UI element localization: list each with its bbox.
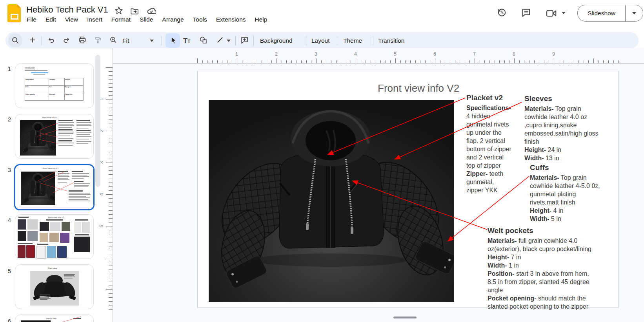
zoom-icon[interactable] bbox=[109, 36, 117, 44]
slide-number: 6 bbox=[3, 318, 11, 322]
line-tool-icon[interactable] bbox=[216, 36, 224, 44]
transition-button[interactable]: Transition bbox=[378, 37, 404, 44]
redo-icon[interactable] bbox=[63, 36, 71, 44]
thumb-title: Introduction bbox=[25, 67, 35, 69]
thumb-title: Front view info v3 bbox=[48, 216, 64, 219]
ruler-number: 7 bbox=[473, 51, 476, 57]
slide-number: 2 bbox=[3, 116, 11, 123]
search-icon bbox=[11, 36, 19, 44]
slide-number: 3 bbox=[3, 166, 11, 173]
shape-tool-icon[interactable] bbox=[199, 36, 207, 44]
menu-format[interactable]: Format bbox=[111, 16, 131, 23]
toolbar-divider bbox=[306, 36, 306, 45]
ruler-number: 2 bbox=[275, 51, 278, 57]
meet-camera-icon[interactable] bbox=[546, 9, 557, 17]
version-history-icon[interactable] bbox=[497, 7, 507, 18]
thumb-annotation-lines bbox=[15, 114, 93, 158]
undo-icon[interactable] bbox=[47, 36, 55, 44]
thumb-annotation-lines bbox=[15, 165, 93, 209]
toolbar-divider bbox=[162, 36, 162, 45]
thumb-intro-table: Name/Brand Category Season Date Size Des… bbox=[25, 78, 84, 101]
move-to-folder-icon[interactable] bbox=[130, 7, 139, 15]
jacket-back-photo bbox=[30, 271, 79, 306]
cloud-saved-icon[interactable] bbox=[147, 7, 156, 15]
filmstrip-scrollbar[interactable] bbox=[95, 55, 100, 187]
layout-button[interactable]: Layout bbox=[311, 37, 330, 44]
chevron-down-icon bbox=[632, 12, 636, 14]
slide-number: 1 bbox=[3, 65, 11, 72]
ruler-number: 5 bbox=[394, 51, 397, 57]
new-slide-plus-icon[interactable] bbox=[29, 36, 36, 44]
ruler-number: 1 bbox=[235, 51, 238, 57]
horizontal-ruler bbox=[113, 63, 644, 63]
toolbar-divider bbox=[253, 36, 254, 45]
ruler-number: 8 bbox=[513, 51, 515, 57]
slide-number: 4 bbox=[3, 217, 11, 223]
annotation-arrows bbox=[197, 71, 619, 308]
menu-view[interactable]: View bbox=[65, 16, 78, 23]
toolbar-divider bbox=[42, 36, 42, 45]
slide-thumbnail-6[interactable]: Interior view bbox=[15, 315, 94, 322]
star-icon[interactable] bbox=[115, 6, 123, 15]
slide-thumbnail-3-selected[interactable]: Front view info V2 bbox=[14, 164, 95, 210]
toolbar-divider bbox=[373, 36, 373, 45]
select-cursor-icon[interactable] bbox=[169, 36, 178, 45]
print-icon[interactable] bbox=[78, 36, 86, 44]
slide-thumbnail-2[interactable]: Front view info v1 bbox=[15, 114, 94, 159]
ruler-number: 5 bbox=[99, 225, 104, 228]
menu-arrange[interactable]: Arrange bbox=[162, 16, 184, 23]
background-button[interactable]: Background bbox=[260, 37, 293, 44]
menu-tools[interactable]: Tools bbox=[193, 16, 207, 23]
theme-button[interactable]: Theme bbox=[343, 37, 362, 44]
horizontal-scrollbar[interactable] bbox=[393, 317, 417, 318]
textbox-tool-icon[interactable]: TT bbox=[183, 37, 190, 45]
toolbar-divider bbox=[338, 36, 338, 45]
slideshow-options-button[interactable] bbox=[626, 12, 643, 14]
document-title[interactable]: Hebiko Tech Pack V1 bbox=[26, 5, 108, 15]
slide-thumbnail-1[interactable]: Introduction Name/Brand Category Season … bbox=[15, 63, 94, 108]
menu-slide[interactable]: Slide bbox=[140, 16, 153, 23]
slideshow-button[interactable]: Slideshow bbox=[578, 10, 625, 17]
comments-icon[interactable] bbox=[521, 8, 531, 18]
menu-extensions[interactable]: Extensions bbox=[216, 16, 246, 23]
insert-comment-icon[interactable] bbox=[240, 36, 249, 44]
slides-logo[interactable] bbox=[7, 4, 21, 22]
menu-file[interactable]: File bbox=[27, 16, 36, 23]
ruler-number: 6 bbox=[433, 51, 436, 57]
zoom-caret-icon[interactable] bbox=[150, 40, 154, 42]
slideshow-button-group: Slideshow bbox=[577, 5, 643, 22]
ruler-number: 4 bbox=[99, 193, 104, 196]
slide-number: 5 bbox=[3, 268, 11, 274]
menu-edit[interactable]: Edit bbox=[45, 16, 56, 23]
paint-format-icon[interactable] bbox=[94, 36, 102, 44]
slide-thumbnail-4[interactable]: Front view info v3 bbox=[15, 214, 94, 259]
toolbar-divider bbox=[235, 36, 236, 45]
menu-insert[interactable]: Insert bbox=[87, 16, 102, 23]
menu-help[interactable]: Help bbox=[255, 16, 267, 23]
line-caret-icon[interactable] bbox=[227, 40, 231, 42]
zoom-select-value[interactable]: Fit bbox=[122, 37, 129, 44]
menu-bar: File Edit View Insert Format Slide Arran… bbox=[27, 16, 267, 23]
ruler-number: 4 bbox=[354, 51, 357, 57]
meet-dropdown-caret-icon[interactable] bbox=[562, 12, 566, 14]
ruler-number: 9 bbox=[552, 51, 555, 57]
thumb-title: Back view bbox=[48, 267, 57, 270]
ruler-number: 3 bbox=[315, 51, 317, 57]
slide-thumbnail-5[interactable]: Back view bbox=[15, 264, 94, 309]
google-slides-app: Hebiko Tech Pack V1 File Edit View Inser… bbox=[0, 0, 644, 322]
